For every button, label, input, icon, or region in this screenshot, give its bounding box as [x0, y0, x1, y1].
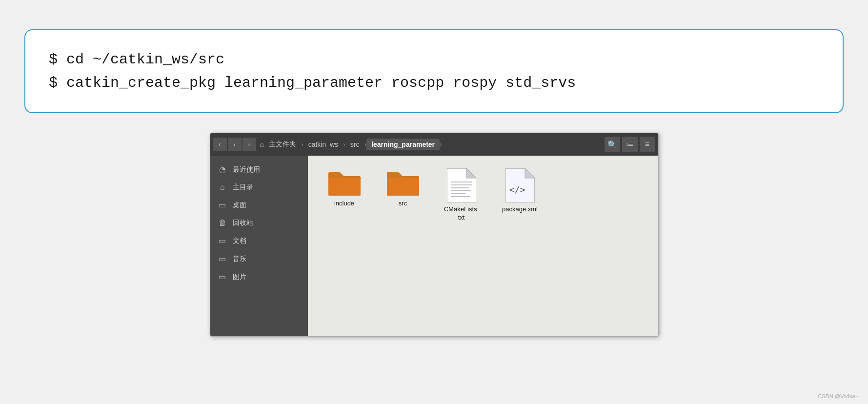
view-list-button[interactable]: ≔	[622, 137, 638, 152]
menu-button[interactable]: ≡	[640, 137, 655, 152]
file-item-include[interactable]: include	[323, 165, 366, 211]
watermark: CSDN @Vodka~	[818, 393, 858, 399]
breadcrumb-catkin-ws[interactable]: catkin_ws	[303, 139, 343, 150]
pictures-icon: ▭	[218, 272, 227, 282]
sidebar-item-trash[interactable]: 🗑 回收站	[210, 214, 308, 232]
sidebar-label-recent: 最近使用	[233, 165, 260, 174]
forward-button[interactable]: ›	[228, 138, 242, 151]
sidebar-item-docs[interactable]: ▭ 文档	[210, 232, 308, 250]
svg-marker-1	[466, 168, 476, 178]
sidebar-label-docs: 文档	[233, 237, 246, 245]
svg-text:</>: </>	[509, 184, 525, 195]
code-icon-package-xml: </>	[505, 168, 535, 202]
file-label-cmakelists: CMakeLists.txt	[444, 205, 479, 222]
file-manager: ‹ › ‹ ⌂ 主文件夹 › catkin_ws › src › learnin…	[210, 133, 659, 337]
sidebar-label-desktop: 桌面	[233, 201, 246, 210]
search-button[interactable]: 🔍	[605, 137, 620, 152]
file-item-cmakelists[interactable]: CMakeLists.txt	[440, 165, 484, 225]
folder-icon-src	[386, 168, 420, 197]
file-label-src: src	[399, 200, 407, 208]
breadcrumb-src[interactable]: src	[345, 139, 364, 150]
folder-icon-include	[327, 168, 362, 197]
fm-toolbar: ‹ › ‹ ⌂ 主文件夹 › catkin_ws › src › learnin…	[210, 133, 658, 156]
sidebar-item-desktop[interactable]: ▭ 桌面	[210, 196, 308, 214]
breadcrumb-home[interactable]: 主文件夹	[264, 138, 301, 151]
sidebar-item-music[interactable]: ▭ 音乐	[210, 250, 308, 268]
file-item-package-xml[interactable]: </> package.xml	[498, 165, 542, 217]
desktop-icon: ▭	[218, 201, 227, 210]
breadcrumb-learning-parameter[interactable]: learning_parameter	[366, 139, 440, 150]
recent-icon: ◔	[218, 165, 227, 174]
up-button[interactable]: ‹	[242, 138, 256, 151]
terminal-box: $ cd ~/catkin_ws/src $ catkin_create_pkg…	[24, 29, 844, 113]
fm-content: ◔ 最近使用 ⌂ 主目录 ▭ 桌面 🗑 回收站 ▭ 文档	[210, 156, 658, 336]
sidebar-item-recent[interactable]: ◔ 最近使用	[210, 161, 308, 179]
sidebar-label-home: 主目录	[233, 183, 253, 192]
back-button[interactable]: ‹	[213, 138, 227, 151]
home-dir-icon: ⌂	[218, 183, 227, 192]
sidebar-item-pictures[interactable]: ▭ 图片	[210, 268, 308, 286]
toolbar-actions: 🔍 ≔ ≡	[605, 137, 655, 152]
file-label-include: include	[334, 200, 354, 208]
fm-files-area: include src	[308, 156, 658, 336]
sidebar-label-pictures: 图片	[233, 273, 246, 282]
file-item-src[interactable]: src	[381, 165, 425, 211]
fm-sidebar: ◔ 最近使用 ⌂ 主目录 ▭ 桌面 🗑 回收站 ▭ 文档	[210, 156, 308, 336]
terminal-line-1: $ cd ~/catkin_ws/src	[49, 48, 819, 71]
trash-icon: 🗑	[218, 219, 227, 227]
home-icon: ⌂	[260, 141, 264, 148]
doc-icon-cmakelists	[447, 168, 476, 202]
sidebar-item-home[interactable]: ⌂ 主目录	[210, 179, 308, 196]
sidebar-label-music: 音乐	[233, 255, 246, 263]
svg-marker-9	[525, 168, 535, 178]
docs-icon: ▭	[218, 236, 227, 245]
breadcrumb: ⌂ 主文件夹 › catkin_ws › src › learning_para…	[260, 138, 604, 151]
sidebar-label-trash: 回收站	[233, 219, 253, 227]
file-manager-wrapper: ‹ › ‹ ⌂ 主文件夹 › catkin_ws › src › learnin…	[0, 133, 868, 337]
music-icon: ▭	[218, 254, 227, 263]
terminal-line-2: $ catkin_create_pkg learning_parameter r…	[49, 71, 819, 95]
file-label-package-xml: package.xml	[502, 205, 538, 214]
